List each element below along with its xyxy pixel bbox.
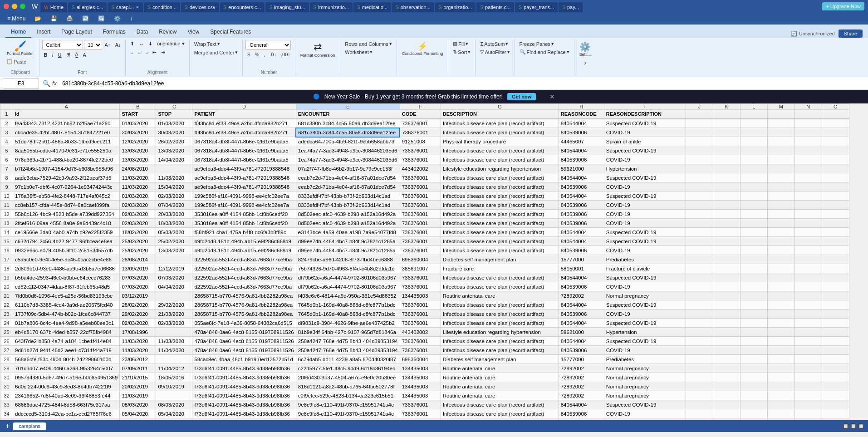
cell-empty-24-1[interactable] (713, 319, 740, 328)
cell-empty-28-1[interactable] (713, 355, 740, 364)
cell-B8[interactable]: 11/03/2020 (120, 173, 156, 182)
sort-button[interactable]: ⇅ Sort ▾ (451, 48, 472, 56)
cell-I4[interactable]: Sprain of ankle (604, 137, 686, 146)
cell-H31[interactable]: 72892002 (559, 382, 604, 391)
cell-empty-31-3[interactable] (767, 382, 794, 391)
cell-empty-35-1[interactable] (713, 418, 740, 421)
cell-G26[interactable]: Infectious disease care plan (record art… (441, 337, 559, 346)
cell-empty-29-3[interactable] (767, 364, 794, 373)
cell-I10[interactable]: Suspected COVID-19 (604, 191, 686, 201)
cell-E33[interactable]: 9e8c9fc8-e110-491f-9370-c15951741a4e (296, 400, 400, 409)
cell-H4[interactable]: 44465007 (559, 137, 604, 146)
cell-B27[interactable]: 11/03/2020 (120, 346, 156, 355)
cell-D35[interactable]: df6b563d-1ff4-4833-9af8-84431e641e9c (192, 418, 296, 421)
cell-F5[interactable]: 736376001 (400, 146, 441, 155)
cell-empty-7-2[interactable] (740, 164, 767, 173)
percent-button[interactable]: % (253, 51, 261, 58)
cell-empty-5-5[interactable] (822, 146, 849, 155)
cell-A15[interactable]: c632d794-2c56-4b22-9477-96fbcea4e8ea (13, 237, 120, 246)
cell-F33[interactable]: 736376001 (400, 400, 441, 409)
cell-E18[interactable]: 75b74326-9d70-4963-8f4d-c4b8d2afda1c (296, 264, 400, 273)
cell-H7[interactable]: 59621000 (559, 164, 604, 173)
header-reasoncode[interactable]: REASONCODE (559, 110, 604, 119)
cell-B18[interactable]: 13/09/2019 (120, 264, 156, 273)
cell-empty-6-0[interactable] (686, 155, 713, 164)
cell-empty-10-0[interactable] (686, 191, 713, 201)
cell-B31[interactable]: 20/02/2019 (120, 382, 156, 391)
cell-empty-29-0[interactable] (686, 364, 713, 373)
cell-empty-10-4[interactable] (794, 191, 822, 201)
sheet-tab-careplans[interactable]: careplans (13, 422, 46, 430)
cell-A12[interactable]: 55b8c126-4bc9-4523-b5de-a739dd927354 (13, 210, 120, 219)
cell-empty-18-0[interactable] (686, 264, 713, 273)
cell-G17[interactable]: Diabetes self management plan (441, 255, 559, 264)
cell-F32[interactable]: 134435003 (400, 391, 441, 400)
cell-empty-13-1[interactable] (713, 219, 740, 228)
cell-C33[interactable]: 08/03/2020 (156, 400, 192, 409)
title-tab-3[interactable]: Scondition... (144, 2, 180, 12)
cell-empty-17-0[interactable] (686, 255, 713, 264)
cell-F8[interactable]: 736376001 (400, 173, 441, 182)
cell-empty-19-3[interactable] (767, 273, 794, 282)
cell-empty-5-4[interactable] (794, 146, 822, 155)
col-header-F[interactable]: F (400, 104, 441, 110)
cell-empty-11-5[interactable] (822, 201, 849, 210)
title-tab-12[interactable]: Spayer_trans... (515, 2, 558, 12)
cell-B30[interactable]: 21/10/2015 (120, 373, 156, 382)
find-replace-button[interactable]: 🔍 Find and Replace ▾ (518, 48, 571, 56)
cell-empty-32-4[interactable] (794, 391, 822, 400)
cell-B15[interactable]: 25/02/2020 (120, 237, 156, 246)
cell-empty-31-5[interactable] (822, 382, 849, 391)
cell-C28[interactable] (156, 355, 192, 364)
cell-A2[interactable]: fea43343-7312-423f-bb82-b2f5ae71a260 (13, 119, 120, 128)
cell-G34[interactable]: Infectious disease care plan (record art… (441, 409, 559, 418)
cell-empty-35-3[interactable] (767, 418, 794, 421)
cell-A13[interactable]: 2fcef616-09aa-4556-8a0e-9a6d439c4c18 (13, 219, 120, 228)
cell-empty-8-0[interactable] (686, 173, 713, 182)
header-stop[interactable]: STOP (156, 110, 192, 119)
cell-H25[interactable]: 59621000 (559, 328, 604, 337)
title-tab-5[interactable]: Sencounters.c... (220, 2, 265, 12)
cell-empty-5-2[interactable] (740, 146, 767, 155)
decrease-font-button[interactable]: A↓ (113, 41, 123, 49)
menu-toggle[interactable]: ≡ Menu (4, 15, 29, 23)
cell-C7[interactable] (156, 164, 192, 173)
cell-G29[interactable]: Routine antenatal care (441, 364, 559, 373)
cell-D17[interactable]: d22592ac-552f-4ecd-a63d-7663d77ce9ba (192, 255, 296, 264)
cell-empty-6-3[interactable] (767, 155, 794, 164)
col-header-C[interactable]: C (156, 104, 192, 110)
font-size-select[interactable]: 11 (84, 40, 102, 50)
cell-I7[interactable]: Hypertension (604, 164, 686, 173)
print-button[interactable]: 🖨️ (63, 15, 77, 23)
header-reasondescription[interactable]: REASONDESCRIPTION (604, 110, 686, 119)
cell-empty-20-3[interactable] (767, 282, 794, 291)
worksheet-button[interactable]: Worksheet ▾ (343, 48, 393, 56)
cell-G31[interactable]: Routine antenatal care (441, 382, 559, 391)
col-header-E[interactable]: E (296, 104, 400, 110)
cell-B6[interactable]: 13/03/2020 (120, 155, 156, 164)
cell-A10[interactable]: 178a36f5-eb58-4fe2-8448-717e4af045c2 (13, 191, 120, 201)
upgrade-button[interactable]: + Upgrade Now (822, 2, 864, 10)
cell-D13[interactable]: 353016ea-a0ff-4154-85bb-1cf8b6cedf20 (192, 219, 296, 228)
cell-empty-11-0[interactable] (686, 201, 713, 210)
cell-I3[interactable]: COVID-19 (604, 128, 686, 137)
cell-empty-2-0[interactable] (686, 119, 713, 128)
cell-empty-30-3[interactable] (767, 373, 794, 382)
cell-I21[interactable]: Normal pregnancy (604, 291, 686, 300)
autosum-button[interactable]: Σ AutoSum ▾ (478, 40, 511, 48)
cell-empty-24-0[interactable] (686, 319, 713, 328)
cell-C4[interactable]: 26/02/2020 (156, 137, 192, 146)
cell-F24[interactable]: 736376001 (400, 319, 441, 328)
header-description[interactable]: DESCRIPTION (441, 110, 559, 119)
title-tab-7[interactable]: Simmunizatio... (310, 2, 353, 12)
format-painter-button[interactable]: 🖌️ Format Painter (5, 40, 36, 57)
cell-A32[interactable]: 23416652-7d5f-40ad-8e09-36f46853fe44 (13, 391, 120, 400)
cell-G32[interactable]: Routine antenatal care (441, 391, 559, 400)
cell-E34[interactable]: 9e8c9fc8-e110-491f-9370-c15951741a4e (296, 409, 400, 418)
cell-empty-16-5[interactable] (822, 246, 849, 255)
settings-button[interactable]: ⚙️ Setti... (577, 40, 593, 58)
cell-empty-20-0[interactable] (686, 282, 713, 291)
cell-H14[interactable]: 840544004 (559, 228, 604, 237)
cell-G6[interactable]: Infectious disease care plan (record art… (441, 155, 559, 164)
cell-A8[interactable]: aade3cba-7529-42c9-9a93-2f12aeaf37d5 (13, 173, 120, 182)
